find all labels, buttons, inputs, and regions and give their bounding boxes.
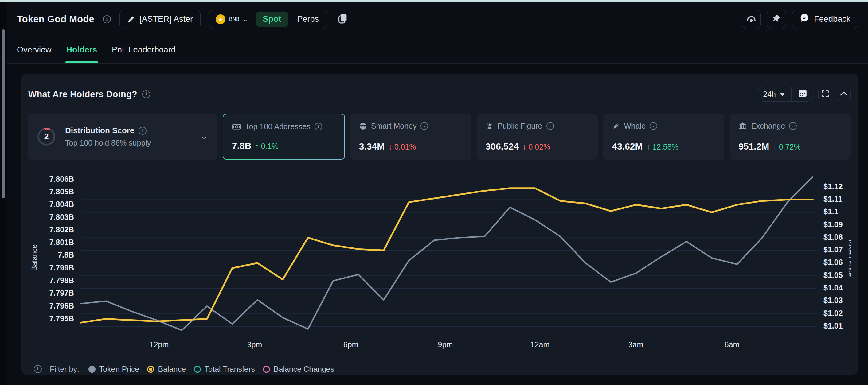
token-select-label: [ASTER] Aster	[140, 14, 193, 24]
info-icon[interactable]: i	[421, 122, 428, 130]
topbar: Token God Mode i [ASTER] Aster ◆ BNB ⌄ S…	[7, 2, 868, 36]
svg-text:12pm: 12pm	[150, 340, 169, 349]
svg-text:$1.04: $1.04	[824, 283, 843, 292]
calendar-icon	[798, 90, 807, 99]
stat-change: ↑ 0.1%	[255, 142, 278, 151]
browser-top-strip	[0, 0, 868, 2]
copy-address-button[interactable]	[336, 13, 350, 26]
timeframe-dropdown[interactable]: 24h	[757, 87, 791, 101]
active-tab-underline	[65, 61, 99, 63]
whale-icon	[612, 122, 620, 130]
pin-button[interactable]	[767, 10, 786, 29]
chevron-down-icon: ⌄	[199, 133, 208, 140]
watch-button[interactable]	[742, 10, 761, 29]
feedback-label: Feedback	[814, 14, 850, 24]
svg-text:$1.12: $1.12	[824, 182, 843, 191]
panel-title: What Are Holders Doing?	[28, 89, 137, 99]
info-icon[interactable]: i	[103, 15, 111, 23]
distribution-score-subtitle: Top 100 hold 86% supply	[65, 138, 192, 148]
filter-option-balance-changes[interactable]: Balance Changes	[263, 365, 334, 374]
filter-option-total-transfers[interactable]: Total Transfers	[194, 365, 255, 374]
stat-card-exchange[interactable]: Exchange i 951.2M ↑ 0.72%	[730, 114, 851, 160]
filter-option-token-price[interactable]: Token Price	[89, 365, 140, 374]
svg-text:3pm: 3pm	[247, 340, 262, 349]
svg-text:7.797B: 7.797B	[49, 289, 74, 297]
copy-icon	[338, 13, 348, 26]
left-scrollbar-thumb[interactable]	[2, 30, 5, 198]
svg-text:Token Price: Token Price	[847, 238, 851, 277]
total-transfers-swatch	[194, 366, 201, 373]
svg-text:7.798B: 7.798B	[49, 276, 74, 285]
stat-value: 3.34M	[359, 141, 384, 152]
svg-text:7.804B: 7.804B	[49, 200, 74, 208]
svg-text:7.796B: 7.796B	[49, 301, 74, 310]
filter-option-balance[interactable]: Balance	[147, 365, 186, 374]
stat-card-whale[interactable]: Whale i 43.62M ↑ 12.58%	[603, 114, 724, 160]
line-chart-canvas[interactable]: 7.806B$1.127.805B$1.117.804B$1.17.803B$1…	[28, 166, 851, 357]
svg-text:7.802B: 7.802B	[49, 225, 74, 234]
svg-text:$1.11: $1.11	[824, 195, 842, 203]
svg-text:7.799B: 7.799B	[49, 263, 74, 272]
stat-change: ↓ 0.02%	[523, 142, 550, 151]
pencil-icon	[127, 15, 135, 23]
svg-text:$1.01: $1.01	[824, 321, 843, 330]
divider	[254, 10, 254, 29]
info-icon[interactable]: i	[314, 123, 322, 130]
stat-label: Exchange	[751, 122, 785, 130]
svg-text:Balance: Balance	[30, 245, 38, 271]
svg-text:$1.05: $1.05	[824, 271, 843, 279]
token-price-swatch	[89, 366, 95, 373]
fullscreen-button[interactable]	[818, 87, 832, 101]
incognito-icon	[359, 122, 367, 130]
token-select-button[interactable]: [ASTER] Aster	[120, 10, 200, 29]
info-icon[interactable]: i	[650, 122, 657, 130]
calendar-button[interactable]	[791, 87, 814, 101]
holders-panel: What Are Holders Doing? i 24h	[21, 74, 858, 375]
info-icon[interactable]: i	[789, 122, 797, 130]
left-scrollbar-track[interactable]	[0, 2, 7, 385]
svg-text:$1.1: $1.1	[824, 207, 838, 216]
chevron-down-icon: ⌄	[242, 16, 248, 23]
tab-pnl-leaderboard[interactable]: PnL Leaderboard	[112, 36, 176, 63]
market-tab-spot[interactable]: Spot	[256, 12, 288, 27]
distribution-score-card[interactable]: 2 Distribution Score i Top 100 hold 86% …	[28, 114, 217, 160]
svg-text:6pm: 6pm	[343, 340, 359, 349]
svg-text:$1.03: $1.03	[824, 296, 843, 304]
svg-text:7.805B: 7.805B	[49, 187, 74, 196]
stat-value: 306,524	[486, 141, 519, 152]
chain-dropdown[interactable]: ◆ BNB ⌄	[210, 10, 254, 29]
feedback-button[interactable]: Feedback	[792, 10, 858, 29]
stat-change: ↑ 12.58%	[646, 142, 678, 151]
info-icon[interactable]: i	[138, 127, 147, 135]
balance-swatch	[147, 366, 154, 373]
stat-card-public-figure[interactable]: Public Figure i 306,524 ↓ 0.02%	[477, 114, 598, 160]
svg-text:9pm: 9pm	[438, 340, 453, 349]
distribution-score-label: Distribution Score	[65, 126, 134, 135]
banknote-icon	[232, 123, 241, 130]
holders-activity-chart[interactable]: 7.806B$1.127.805B$1.117.804B$1.17.803B$1…	[28, 166, 851, 357]
info-icon[interactable]: i	[142, 90, 150, 98]
stat-card-top-100-addresses[interactable]: Top 100 Addresses i 7.8B ↑ 0.1%	[223, 114, 345, 160]
chain-market-group: ◆ BNB ⌄ Spot Perps	[209, 10, 327, 29]
distribution-score-value: 2	[37, 127, 56, 146]
tab-holders[interactable]: Holders	[66, 36, 97, 63]
svg-text:3am: 3am	[628, 340, 644, 349]
stat-value: 951.2M	[738, 141, 769, 152]
info-icon[interactable]: i	[34, 365, 42, 373]
svg-text:6am: 6am	[724, 340, 740, 349]
caret-down-icon	[779, 93, 785, 96]
tab-overview[interactable]: Overview	[17, 36, 52, 63]
info-icon[interactable]: i	[547, 122, 554, 130]
market-tab-perps[interactable]: Perps	[289, 14, 327, 24]
svg-text:7.795B: 7.795B	[49, 314, 74, 323]
balance-changes-swatch	[263, 366, 270, 373]
svg-text:$1.02: $1.02	[824, 309, 843, 317]
svg-text:$1.08: $1.08	[824, 233, 843, 241]
collapse-button[interactable]	[837, 87, 851, 101]
stat-label: Whale	[624, 122, 646, 130]
bnb-coin-icon: ◆	[216, 14, 225, 24]
eye-icon	[746, 14, 756, 24]
stat-card-smart-money[interactable]: Smart Money i 3.34M ↓ 0.01%	[350, 114, 471, 160]
chevron-up-icon	[839, 91, 848, 98]
svg-text:12am: 12am	[530, 340, 550, 349]
